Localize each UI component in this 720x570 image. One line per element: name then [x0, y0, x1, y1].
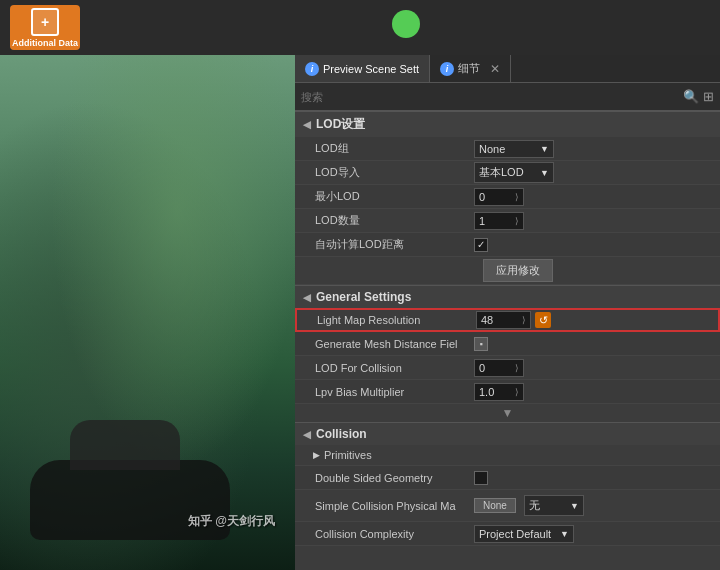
min-lod-input[interactable]: 0 ⟩: [474, 188, 524, 206]
collision-complexity-value: Project Default ▼: [470, 525, 720, 543]
plus-icon: +: [41, 14, 49, 30]
simple-collision-label: Simple Collision Physical Ma: [295, 500, 470, 512]
collision-complexity-label: Collision Complexity: [295, 528, 470, 540]
lod-import-row: LOD导入 基本LOD ▼: [295, 161, 720, 185]
light-map-res-arrow: ⟩: [522, 315, 526, 325]
lpv-bias-num: 1.0: [479, 386, 494, 398]
general-section-title: General Settings: [316, 290, 411, 304]
lod-arrow-icon: ◀: [303, 119, 311, 130]
lpv-bias-row: Lpv Bias Multiplier 1.0 ⟩: [295, 380, 720, 404]
lod-count-arrow: ⟩: [515, 216, 519, 226]
tab-close-icon[interactable]: ✕: [490, 62, 500, 76]
additional-data-icon: +: [31, 8, 59, 36]
primitives-header[interactable]: ▶ Primitives: [295, 445, 720, 466]
double-sided-row: Double Sided Geometry: [295, 466, 720, 490]
collision-complexity-dropdown[interactable]: Project Default ▼: [474, 525, 574, 543]
lod-import-dropdown-value: 基本LOD: [479, 165, 524, 180]
lod-group-row: LOD组 None ▼: [295, 137, 720, 161]
additional-data-label: Additional Data: [12, 38, 78, 48]
apply-row: 应用修改: [295, 257, 720, 285]
light-map-res-input[interactable]: 48 ⟩: [476, 311, 531, 329]
lpv-bias-input[interactable]: 1.0 ⟩: [474, 383, 524, 401]
tab-details-label: 细节: [458, 61, 480, 76]
min-lod-label: 最小LOD: [295, 189, 470, 204]
additional-data-button[interactable]: + Additional Data: [10, 5, 80, 50]
gen-mesh-label: Generate Mesh Distance Fiel: [295, 338, 470, 350]
gen-mesh-toggle[interactable]: ▪: [474, 337, 488, 351]
collision-section-header[interactable]: ◀ Collision: [295, 422, 720, 445]
lod-collision-label: LOD For Collision: [295, 362, 470, 374]
top-bar: + Additional Data: [0, 0, 720, 55]
lod-count-label: LOD数量: [295, 213, 470, 228]
lod-group-label: LOD组: [295, 141, 470, 156]
min-lod-row: 最小LOD 0 ⟩: [295, 185, 720, 209]
lod-collision-value: 0 ⟩: [470, 359, 720, 377]
grid-icon[interactable]: ⊞: [703, 89, 714, 104]
status-indicator: [392, 10, 420, 38]
lod-import-dropdown-arrow: ▼: [540, 168, 549, 178]
lod-count-value: 1 ⟩: [470, 212, 720, 230]
lod-collision-input[interactable]: 0 ⟩: [474, 359, 524, 377]
tab-details[interactable]: i 细节 ✕: [430, 55, 511, 82]
lod-group-dropdown-arrow: ▼: [540, 144, 549, 154]
general-section-header[interactable]: ◀ General Settings: [295, 285, 720, 308]
tab-preview-label: Preview Scene Sett: [323, 63, 419, 75]
none-badge: None: [474, 498, 516, 513]
min-lod-arrow: ⟩: [515, 192, 519, 202]
lod-group-dropdown-value: None: [479, 143, 505, 155]
search-input[interactable]: [301, 91, 679, 103]
lod-count-num: 1: [479, 215, 485, 227]
lod-import-value: 基本LOD ▼: [470, 162, 720, 183]
light-map-res-label: Light Map Resolution: [297, 314, 472, 326]
reset-icon[interactable]: ↺: [535, 312, 551, 328]
light-map-res-value: 48 ⟩ ↺: [472, 311, 718, 329]
search-bar: 🔍 ⊞: [295, 83, 720, 111]
simple-collision-row: Simple Collision Physical Ma None 无 ▼: [295, 490, 720, 522]
min-lod-value: 0 ⟩: [470, 188, 720, 206]
tab-preview-icon: i: [305, 62, 319, 76]
gen-mesh-row: Generate Mesh Distance Fiel ▪: [295, 332, 720, 356]
auto-lod-label: 自动计算LOD距离: [295, 237, 470, 252]
auto-lod-checkbox[interactable]: [474, 238, 488, 252]
simple-collision-dd-arrow: ▼: [570, 501, 579, 511]
lod-count-input[interactable]: 1 ⟩: [474, 212, 524, 230]
collision-arrow-icon: ◀: [303, 429, 311, 440]
collision-section-title: Collision: [316, 427, 367, 441]
lod-collision-arrow: ⟩: [515, 363, 519, 373]
lpv-bias-value: 1.0 ⟩: [470, 383, 720, 401]
lod-section-header[interactable]: ◀ LOD设置: [295, 111, 720, 137]
simple-collision-value: None 无 ▼: [470, 495, 720, 516]
tabs-bar: i Preview Scene Sett i 细节 ✕: [295, 55, 720, 83]
search-icon[interactable]: 🔍: [683, 89, 699, 104]
light-map-res-row: Light Map Resolution 48 ⟩ ↺: [295, 308, 720, 332]
lod-count-row: LOD数量 1 ⟩: [295, 209, 720, 233]
lod-group-dropdown[interactable]: None ▼: [474, 140, 554, 158]
primitives-label: Primitives: [324, 449, 372, 461]
lod-import-label: LOD导入: [295, 165, 470, 180]
lod-group-value: None ▼: [470, 140, 720, 158]
tab-details-icon: i: [440, 62, 454, 76]
main-layout: 知乎 @天剑行风 i Preview Scene Sett i 细节 ✕ 🔍 ⊞: [0, 55, 720, 570]
content-area: ◀ LOD设置 LOD组 None ▼ LOD导入 基本LOD: [295, 111, 720, 570]
primitives-arrow-icon: ▶: [313, 450, 320, 460]
car-roof: [70, 420, 180, 470]
tab-preview-scene[interactable]: i Preview Scene Sett: [295, 55, 430, 82]
lod-collision-num: 0: [479, 362, 485, 374]
auto-lod-row: 自动计算LOD距离: [295, 233, 720, 257]
lpv-bias-label: Lpv Bias Multiplier: [295, 386, 470, 398]
min-lod-num: 0: [479, 191, 485, 203]
right-panel: i Preview Scene Sett i 细节 ✕ 🔍 ⊞ ◀ LOD设置: [295, 55, 720, 570]
simple-collision-dropdown[interactable]: 无 ▼: [524, 495, 584, 516]
double-sided-value: [470, 471, 720, 485]
lod-section-title: LOD设置: [316, 116, 365, 133]
lod-import-dropdown[interactable]: 基本LOD ▼: [474, 162, 554, 183]
divider: ▼: [295, 404, 720, 422]
simple-collision-dropdown-value: 无: [529, 498, 540, 513]
double-sided-checkbox[interactable]: [474, 471, 488, 485]
apply-button[interactable]: 应用修改: [483, 259, 553, 282]
lod-collision-row: LOD For Collision 0 ⟩: [295, 356, 720, 380]
collision-complexity-dd-arrow: ▼: [560, 529, 569, 539]
light-map-res-num: 48: [481, 314, 493, 326]
viewport: 知乎 @天剑行风: [0, 55, 295, 570]
watermark: 知乎 @天剑行风: [188, 513, 275, 530]
